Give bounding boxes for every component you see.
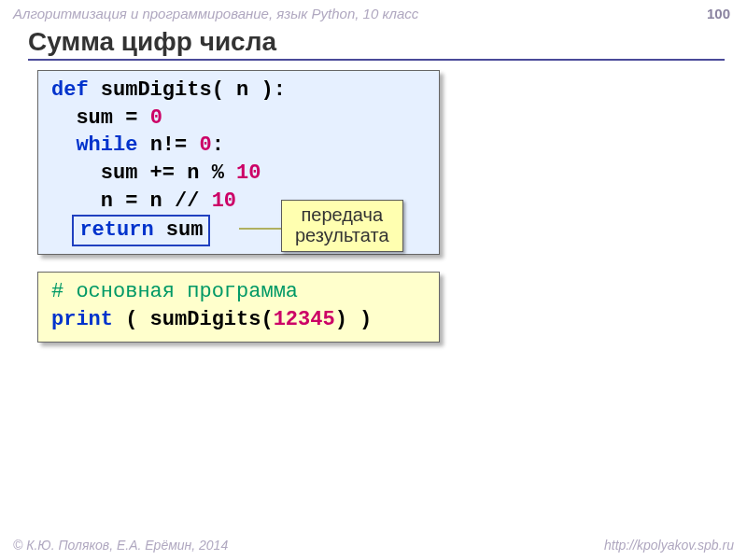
- kw-return: return: [79, 218, 153, 242]
- code-text: n = n //: [101, 189, 200, 213]
- func-signature: sumDigits( n ):: [101, 78, 286, 102]
- cond-text: n!=: [150, 133, 188, 157]
- literal-zero: 0: [150, 106, 162, 130]
- course-title: Алгоритмизация и программирование, язык …: [13, 6, 418, 21]
- comment-text: основная программа: [76, 280, 298, 303]
- literal-zero: 0: [199, 133, 211, 157]
- slide-footer: © К.Ю. Поляков, Е.А. Ерёмин, 2014 http:/…: [0, 538, 747, 556]
- colon: :: [212, 133, 224, 157]
- literal-ten: 10: [212, 189, 236, 213]
- code-text: sum =: [76, 106, 137, 130]
- code-text: sum += n %: [101, 161, 224, 185]
- kw-while: while: [76, 133, 137, 157]
- page-number: 100: [707, 6, 730, 21]
- literal-ten: 10: [236, 161, 261, 185]
- callout-text: результата: [295, 225, 389, 245]
- callout-connector: [239, 228, 286, 230]
- slide-title: Сумма цифр числа: [28, 27, 725, 61]
- ret-var: sum: [166, 218, 204, 242]
- call-close: ) ): [335, 308, 373, 331]
- copyright: © К.Ю. Поляков, Е.А. Ерёмин, 2014: [13, 538, 228, 553]
- arg-number: 12345: [274, 308, 335, 331]
- code-function: def sumDigits( n ): sum = 0 while n!= 0:…: [37, 70, 440, 255]
- code-main: # основная программа print ( sumDigits(1…: [37, 272, 440, 342]
- callout-text: передача: [295, 204, 389, 225]
- footer-url: http://kpolyakov.spb.ru: [604, 538, 734, 553]
- kw-print: print: [51, 308, 113, 331]
- hash: #: [51, 280, 63, 303]
- slide-header: Алгоритмизация и программирование, язык …: [0, 0, 747, 25]
- return-highlight: return sum: [72, 215, 210, 246]
- callout-box: передача результата: [281, 200, 403, 252]
- call-open: ( sumDigits(: [125, 308, 273, 331]
- kw-def: def: [51, 78, 89, 102]
